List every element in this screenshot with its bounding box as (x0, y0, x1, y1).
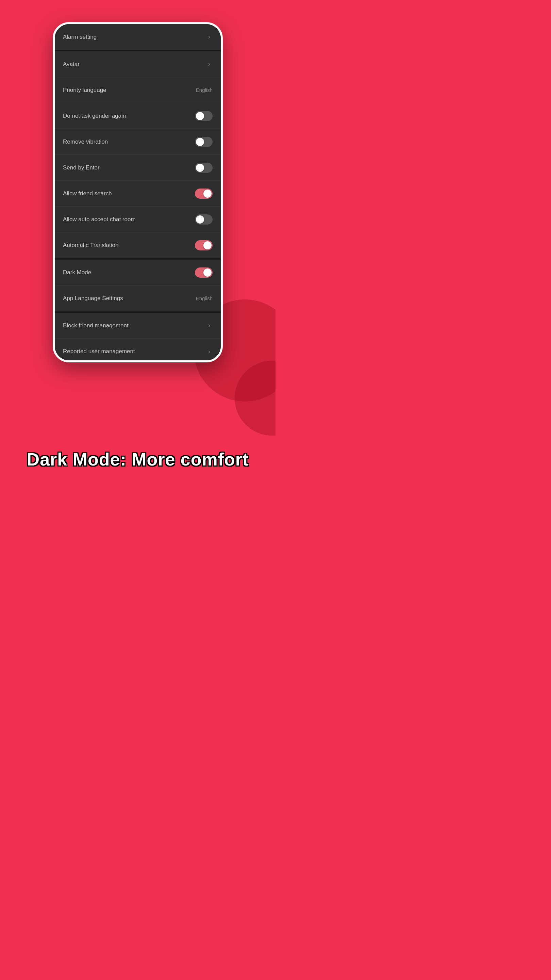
settings-right-dark-mode (195, 267, 213, 278)
toggle-knob-send-by-enter (196, 164, 204, 172)
settings-label-automatic-translation: Automatic Translation (63, 242, 118, 249)
toggle-do-not-ask-gender[interactable] (195, 111, 213, 121)
settings-item-alarm-setting[interactable]: Alarm setting› (55, 24, 221, 50)
settings-item-automatic-translation[interactable]: Automatic Translation (55, 232, 221, 258)
settings-item-reported-user-management[interactable]: Reported user management› (55, 339, 221, 360)
settings-label-send-by-enter: Send by Enter (63, 164, 100, 171)
settings-label-block-friend-management: Block friend management (63, 322, 129, 329)
settings-right-send-by-enter (195, 163, 213, 173)
settings-right-reported-user-management: › (206, 348, 213, 355)
toggle-knob-allow-friend-search (203, 189, 211, 198)
settings-item-priority-language[interactable]: Priority languageEnglish (55, 77, 221, 103)
settings-label-reported-user-management: Reported user management (63, 348, 135, 355)
settings-label-allow-auto-accept-chat-room: Allow auto accept chat room (63, 216, 136, 223)
settings-label-priority-language: Priority language (63, 87, 106, 94)
toggle-automatic-translation[interactable] (195, 240, 213, 250)
toggle-allow-friend-search[interactable] (195, 189, 213, 199)
settings-label-app-language-settings: App Language Settings (63, 295, 123, 302)
settings-value-app-language-settings: English (196, 295, 213, 301)
settings-right-app-language-settings: English (196, 295, 213, 301)
settings-right-block-friend-management: › (206, 322, 213, 329)
settings-item-allow-auto-accept-chat-room[interactable]: Allow auto accept chat room (55, 207, 221, 232)
settings-label-do-not-ask-gender: Do not ask gender again (63, 113, 126, 119)
settings-right-priority-language: English (196, 87, 213, 93)
toggle-allow-auto-accept-chat-room[interactable] (195, 215, 213, 224)
chevron-icon: › (206, 348, 213, 355)
settings-item-avatar[interactable]: Avatar› (55, 51, 221, 77)
chevron-icon: › (206, 34, 213, 40)
settings-right-remove-vibration (195, 137, 213, 147)
bottom-caption-container: Dark Mode: More comfort (0, 449, 275, 469)
chevron-icon: › (206, 322, 213, 329)
chevron-icon: › (206, 61, 213, 68)
settings-label-avatar: Avatar (63, 61, 79, 68)
settings-list: Alarm setting›Avatar›Priority languageEn… (55, 24, 221, 360)
settings-right-automatic-translation (195, 240, 213, 250)
toggle-knob-dark-mode (203, 269, 211, 277)
settings-right-avatar: › (206, 61, 213, 68)
settings-label-dark-mode: Dark Mode (63, 269, 91, 276)
settings-label-remove-vibration: Remove vibration (63, 138, 108, 145)
toggle-knob-automatic-translation (203, 241, 211, 250)
toggle-dark-mode[interactable] (195, 267, 213, 278)
settings-item-app-language-settings[interactable]: App Language SettingsEnglish (55, 285, 221, 311)
toggle-knob-do-not-ask-gender (196, 112, 204, 120)
toggle-knob-remove-vibration (196, 138, 204, 146)
settings-item-dark-mode[interactable]: Dark Mode (55, 259, 221, 285)
toggle-remove-vibration[interactable] (195, 137, 213, 147)
settings-right-allow-auto-accept-chat-room (195, 215, 213, 224)
settings-item-send-by-enter[interactable]: Send by Enter (55, 155, 221, 181)
settings-right-allow-friend-search (195, 189, 213, 199)
phone-frame: Alarm setting›Avatar›Priority languageEn… (53, 22, 223, 363)
settings-right-alarm-setting: › (206, 34, 213, 40)
settings-label-alarm-setting: Alarm setting (63, 34, 97, 40)
settings-item-allow-friend-search[interactable]: Allow friend search (55, 181, 221, 207)
settings-item-block-friend-management[interactable]: Block friend management› (55, 313, 221, 339)
settings-value-priority-language: English (196, 87, 213, 93)
toggle-send-by-enter[interactable] (195, 163, 213, 173)
settings-item-do-not-ask-gender[interactable]: Do not ask gender again (55, 103, 221, 129)
settings-item-remove-vibration[interactable]: Remove vibration (55, 129, 221, 155)
settings-right-do-not-ask-gender (195, 111, 213, 121)
settings-label-allow-friend-search: Allow friend search (63, 190, 112, 197)
toggle-knob-allow-auto-accept-chat-room (196, 215, 204, 224)
caption-text: Dark Mode: More comfort (27, 450, 249, 469)
